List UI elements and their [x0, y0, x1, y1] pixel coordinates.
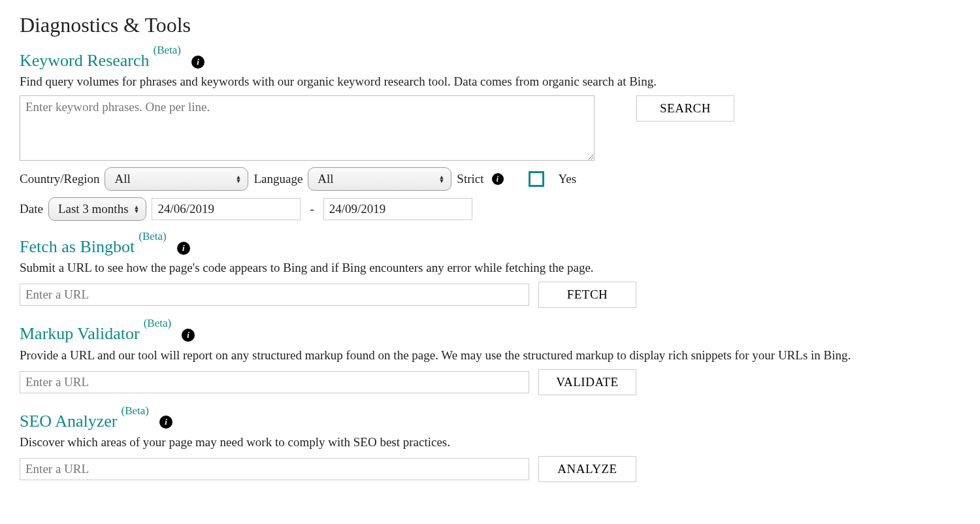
- fetch-bingbot-desc: Submit a URL to see how the page's code …: [20, 261, 960, 275]
- strict-checkbox[interactable]: [529, 171, 544, 187]
- strict-label: Strict: [457, 172, 483, 186]
- language-value: All: [318, 172, 333, 186]
- date-range-select[interactable]: Last 3 months ▲▼: [48, 197, 147, 221]
- language-label: Language: [253, 172, 302, 186]
- country-region-value: All: [114, 172, 130, 186]
- markup-validator-desc: Provide a URL and our tool will report o…: [20, 348, 960, 363]
- beta-badge: (Beta): [139, 230, 166, 243]
- analyze-url-input[interactable]: [20, 458, 529, 480]
- section-keyword-research: Keyword Research (Beta) i Find query vol…: [20, 50, 960, 221]
- date-range-value: Last 3 months: [58, 202, 129, 216]
- analyze-button[interactable]: ANALYZE: [538, 456, 636, 482]
- country-region-select[interactable]: All ▲▼: [105, 167, 248, 191]
- markup-validator-title[interactable]: Markup Validator: [20, 323, 140, 344]
- language-select[interactable]: All ▲▼: [308, 167, 451, 191]
- keyword-research-title[interactable]: Keyword Research: [20, 50, 150, 71]
- beta-badge: (Beta): [154, 44, 181, 57]
- validate-button[interactable]: VALIDATE: [538, 369, 636, 395]
- keyword-research-desc: Find query volumes for phrases and keywo…: [20, 74, 960, 89]
- search-button[interactable]: SEARCH: [636, 95, 734, 122]
- country-region-label: Country/Region: [20, 172, 99, 186]
- seo-analyzer-title[interactable]: SEO Analyzer: [20, 411, 117, 431]
- keyword-phrases-input[interactable]: [20, 95, 595, 161]
- info-icon[interactable]: i: [492, 173, 504, 185]
- info-icon[interactable]: i: [159, 416, 172, 429]
- beta-badge: (Beta): [144, 317, 171, 330]
- date-range-dash: -: [306, 202, 318, 216]
- beta-badge: (Beta): [121, 404, 148, 418]
- validate-url-input[interactable]: [20, 371, 529, 393]
- fetch-button[interactable]: FETCH: [538, 282, 636, 308]
- fetch-url-input[interactable]: [20, 284, 529, 306]
- info-icon[interactable]: i: [191, 56, 204, 69]
- section-markup-validator: Markup Validator (Beta) i Provide a URL …: [20, 323, 960, 395]
- section-seo-analyzer: SEO Analyzer (Beta) i Discover which are…: [20, 411, 960, 482]
- info-icon[interactable]: i: [182, 329, 195, 342]
- info-icon[interactable]: i: [177, 242, 190, 255]
- stepper-icon: ▲▼: [134, 205, 140, 213]
- date-from-input[interactable]: [152, 198, 301, 220]
- date-to-input[interactable]: [323, 198, 472, 220]
- stepper-icon: ▲▼: [438, 175, 444, 183]
- seo-analyzer-desc: Discover which areas of your page may ne…: [20, 435, 960, 450]
- page-title: Diagnostics & Tools: [20, 13, 960, 37]
- strict-yes-label: Yes: [559, 172, 577, 186]
- fetch-bingbot-title[interactable]: Fetch as Bingbot: [20, 237, 135, 257]
- section-fetch-bingbot: Fetch as Bingbot (Beta) i Submit a URL t…: [20, 237, 960, 308]
- stepper-icon: ▲▼: [236, 175, 242, 183]
- date-label: Date: [20, 202, 43, 216]
